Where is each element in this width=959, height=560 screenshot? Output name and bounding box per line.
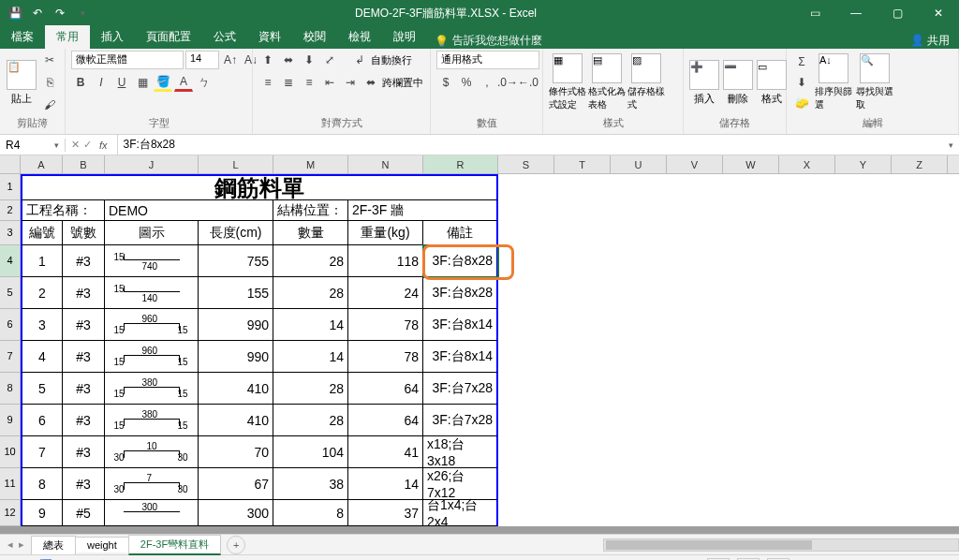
sheet-nav-last-icon[interactable]: ▸ <box>19 538 24 551</box>
cell[interactable]: 1596015 <box>105 309 199 341</box>
bold-icon[interactable]: B <box>71 73 90 92</box>
cell[interactable]: 118 <box>348 245 423 277</box>
cell[interactable]: 67 <box>199 468 273 500</box>
conditional-formatting-button[interactable]: ▦條件式格式設定 <box>549 53 586 111</box>
maximize-icon[interactable]: ▢ <box>877 0 918 26</box>
new-sheet-button[interactable]: + <box>227 536 245 554</box>
col-header[interactable]: J <box>105 155 199 173</box>
cell[interactable]: 300 <box>199 500 273 526</box>
row-header[interactable]: 3 <box>0 221 21 245</box>
number-format-select[interactable]: 通用格式 <box>436 51 539 69</box>
redo-icon[interactable]: ↷ <box>52 6 67 21</box>
cell[interactable]: x26;台7x12 <box>423 468 498 500</box>
decrease-decimal-icon[interactable]: ←.0 <box>519 73 538 92</box>
cell[interactable]: 15740 <box>105 245 199 277</box>
align-bottom-icon[interactable]: ⬇ <box>300 51 318 69</box>
increase-font-icon[interactable]: A↑ <box>221 51 240 69</box>
col-header[interactable]: R <box>423 155 498 173</box>
tab-review[interactable]: 校閱 <box>292 25 337 49</box>
font-color-icon[interactable]: A <box>174 73 193 92</box>
cell[interactable]: #3 <box>63 245 105 277</box>
cell[interactable]: 990 <box>199 341 273 373</box>
tell-me[interactable]: 💡 告訴我您想做什麼 <box>435 33 542 49</box>
cell[interactable]: 7 <box>21 436 63 468</box>
cell[interactable]: 6 <box>21 405 63 436</box>
cell[interactable]: #3 <box>63 468 105 500</box>
wrap-text-label[interactable]: 自動換行 <box>371 53 412 67</box>
sheet-nav-first-icon[interactable]: ◂ <box>7 538 13 551</box>
formula-input[interactable]: 3F:台8x28 <box>118 137 949 153</box>
cell[interactable]: 14 <box>348 468 423 500</box>
cell[interactable]: #3 <box>63 309 105 341</box>
cell[interactable]: 410 <box>199 405 273 436</box>
find-select-button[interactable]: 🔍尋找與選取 <box>856 53 893 111</box>
format-painter-icon[interactable]: 🖌 <box>40 96 59 114</box>
share-button[interactable]: 👤 共用 <box>910 33 959 49</box>
wrap-text-icon[interactable]: ↲ <box>350 51 369 69</box>
border-icon[interactable]: ▦ <box>133 73 152 92</box>
cell[interactable]: 15140 <box>105 277 199 309</box>
cell[interactable]: 3F:台8x28 <box>423 245 498 277</box>
row-header[interactable]: 7 <box>0 341 21 373</box>
horizontal-scrollbar[interactable] <box>603 538 959 552</box>
col-header[interactable]: M <box>273 155 348 173</box>
cell[interactable]: 鋼筋料單 <box>21 174 498 200</box>
cell[interactable]: 3F:台8x28 <box>423 277 498 309</box>
close-icon[interactable]: ✕ <box>918 0 959 26</box>
cell[interactable]: 28 <box>273 405 348 436</box>
cell[interactable]: 301030 <box>105 436 199 468</box>
cell[interactable]: 數量 <box>273 221 348 245</box>
qat-dropdown-icon[interactable]: ▾ <box>75 6 90 21</box>
row-header[interactable]: 9 <box>0 405 21 436</box>
cell[interactable]: 3F:台8x14 <box>423 341 498 373</box>
cell[interactable]: 24 <box>348 277 423 309</box>
col-header[interactable]: Z <box>892 155 948 173</box>
col-header[interactable]: T <box>554 155 611 173</box>
cell[interactable]: DEMO <box>105 200 273 221</box>
col-header[interactable]: V <box>667 155 723 173</box>
cell[interactable]: 重量(kg) <box>348 221 423 245</box>
cell[interactable]: 3 <box>21 309 63 341</box>
cell[interactable]: 9 <box>21 500 63 526</box>
minimize-icon[interactable]: — <box>835 0 877 26</box>
percent-icon[interactable]: % <box>457 73 476 92</box>
align-middle-icon[interactable]: ⬌ <box>279 51 298 69</box>
italic-icon[interactable]: I <box>92 73 111 92</box>
row-header[interactable]: 12 <box>0 500 21 526</box>
cell[interactable]: 755 <box>199 245 273 277</box>
tab-formulas[interactable]: 公式 <box>202 25 247 49</box>
font-name-select[interactable]: 微軟正黑體 <box>71 51 184 69</box>
cell[interactable]: 台1x4;台2x4 <box>423 500 498 526</box>
tab-home[interactable]: 常用 <box>45 25 90 49</box>
cell[interactable]: 78 <box>348 341 423 373</box>
align-top-icon[interactable]: ⬆ <box>258 51 277 69</box>
tab-view[interactable]: 檢視 <box>337 25 382 49</box>
cell[interactable]: 結構位置： <box>273 200 348 221</box>
fill-icon[interactable]: ⬇ <box>792 73 811 92</box>
ribbon-display-icon[interactable]: ▭ <box>794 0 835 26</box>
merge-label[interactable]: 跨欄置中 <box>382 76 423 90</box>
tab-help[interactable]: 說明 <box>382 25 427 49</box>
sheet-tab[interactable]: 總表 <box>31 536 76 554</box>
row-header[interactable]: 8 <box>0 373 21 405</box>
row-header[interactable]: 1 <box>0 174 21 200</box>
autosum-icon[interactable]: Σ <box>792 52 811 71</box>
cell[interactable]: 37 <box>348 500 423 526</box>
cell[interactable]: 2 <box>21 277 63 309</box>
indent-inc-icon[interactable]: ⇥ <box>341 73 360 92</box>
underline-icon[interactable]: U <box>112 73 131 92</box>
font-size-select[interactable]: 14 <box>185 51 219 69</box>
row-header[interactable]: 6 <box>0 309 21 341</box>
phonetic-icon[interactable]: ㄅ <box>195 73 214 92</box>
cell[interactable]: 1538015 <box>105 405 199 436</box>
cell[interactable]: 104 <box>273 436 348 468</box>
cell[interactable]: 4 <box>21 341 63 373</box>
cell[interactable]: 28 <box>273 373 348 405</box>
col-header[interactable]: N <box>348 155 423 173</box>
cell[interactable]: x18;台3x18 <box>423 436 498 468</box>
enter-formula-icon[interactable]: ✓ <box>83 139 92 151</box>
cancel-formula-icon[interactable]: ✕ <box>71 139 80 151</box>
cell[interactable]: 長度(cm) <box>199 221 273 245</box>
cell[interactable]: 14 <box>273 309 348 341</box>
align-right-icon[interactable]: ≡ <box>300 73 318 92</box>
